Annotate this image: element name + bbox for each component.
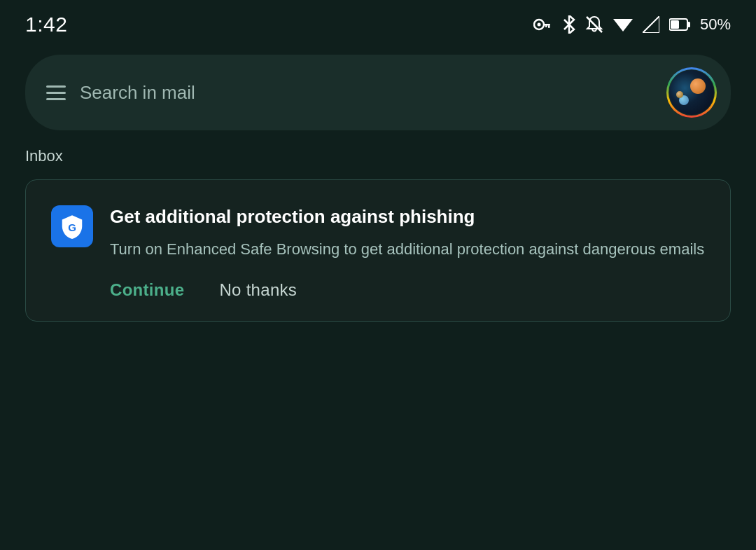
svg-rect-9	[687, 22, 690, 27]
hamburger-menu-icon[interactable]	[46, 85, 66, 100]
svg-text:G: G	[68, 221, 76, 233]
status-bar: 1:42	[0, 0, 756, 43]
svg-rect-10	[671, 20, 679, 29]
promo-card-header: G Get additional protection against phis…	[51, 205, 705, 261]
user-avatar[interactable]	[666, 67, 717, 118]
no-thanks-button[interactable]: No thanks	[219, 280, 297, 300]
inbox-label: Inbox	[0, 147, 756, 179]
svg-marker-6	[613, 19, 633, 32]
svg-rect-3	[548, 25, 550, 28]
search-bar[interactable]: Search in mail	[25, 55, 731, 130]
bluetooth-icon	[563, 15, 575, 34]
bell-muted-icon	[585, 15, 603, 34]
promo-actions: Continue No thanks	[51, 280, 705, 300]
battery-icon	[669, 18, 690, 32]
status-time: 1:42	[25, 13, 67, 36]
promo-title: Get additional protection against phishi…	[110, 205, 705, 229]
wifi-icon	[613, 16, 633, 33]
search-placeholder[interactable]: Search in mail	[80, 82, 652, 104]
cell-signal-icon	[643, 16, 659, 33]
promo-description: Turn on Enhanced Safe Browsing to get ad…	[110, 238, 705, 261]
continue-button[interactable]: Continue	[110, 280, 184, 300]
status-icons: 50%	[533, 15, 731, 34]
avatar-image	[669, 70, 714, 115]
svg-rect-4	[545, 25, 547, 27]
search-bar-container: Search in mail	[0, 43, 756, 147]
promo-text-block: Get additional protection against phishi…	[110, 205, 705, 261]
svg-marker-7	[643, 16, 659, 33]
vpn-key-icon	[533, 18, 553, 32]
google-shield-icon: G	[51, 205, 93, 247]
promo-card: G Get additional protection against phis…	[25, 179, 731, 322]
planet-decoration-3	[676, 91, 683, 98]
planet-decoration-1	[690, 78, 706, 94]
svg-point-1	[537, 23, 540, 27]
battery-percentage: 50%	[700, 15, 731, 34]
